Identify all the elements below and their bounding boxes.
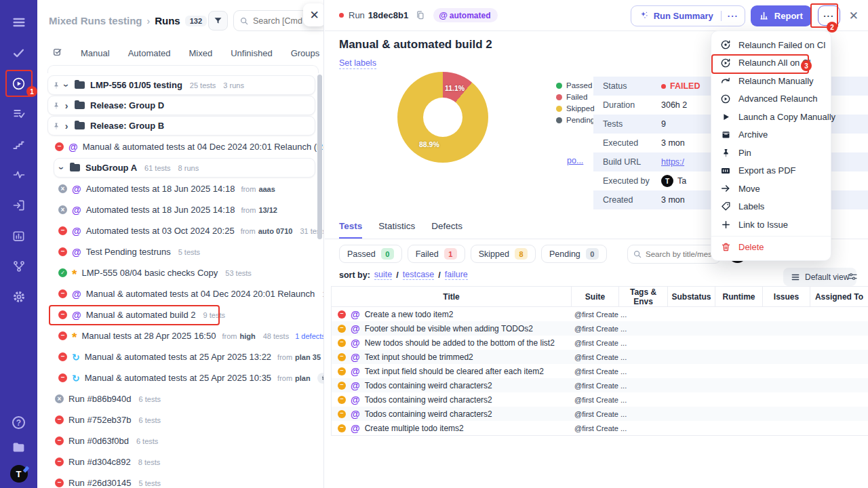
- detail-close-button[interactable]: ✕: [849, 9, 859, 23]
- test-row[interactable]: Todos containing weird characters2 @firs…: [332, 407, 868, 421]
- table-header-cell[interactable]: Tags & Envs: [619, 287, 668, 306]
- run-list-item[interactable]: Run #b86b940d 6 tests: [37, 388, 323, 409]
- detail-tab[interactable]: Defects: [431, 221, 462, 239]
- table-header-cell[interactable]: Assigned To: [810, 287, 868, 306]
- filter-button[interactable]: [208, 11, 228, 30]
- runs-scrollbar[interactable]: [317, 75, 322, 239]
- projects-button[interactable]: [5, 440, 33, 454]
- menu-item[interactable]: Link to Issue: [711, 216, 831, 234]
- run-list-item[interactable]: Automated tests at 18 Jun 2025 14:18 fro…: [37, 178, 323, 199]
- test-row[interactable]: Text input should be trimmed2 @first Cre…: [332, 350, 868, 364]
- run-list-item[interactable]: Automated tests at 18 Jun 2025 14:18 fro…: [37, 199, 323, 220]
- menu-item[interactable]: Relaunch Failed on CI: [711, 36, 831, 54]
- test-row[interactable]: Create multiple todo items2 @first Creat…: [332, 421, 868, 435]
- tests-search[interactable]: [627, 245, 721, 264]
- menu-item[interactable]: Advanced Relaunch: [711, 90, 831, 108]
- test-row[interactable]: Todos containing weird characters2 @firs…: [332, 392, 868, 407]
- tests-search-input[interactable]: [646, 250, 717, 258]
- run-summary-button[interactable]: Run Summary ···: [631, 5, 745, 26]
- run-list-item[interactable]: LMP-556 01/05 testing 25 tests 3 runs: [47, 75, 315, 95]
- sidebar-nav-button[interactable]: [5, 9, 33, 36]
- menu-item[interactable]: Move: [711, 180, 831, 198]
- test-row[interactable]: Todos containing weird characters2 @firs…: [332, 378, 868, 392]
- sidebar-nav-button[interactable]: [5, 192, 33, 219]
- sidebar-nav-button[interactable]: [5, 131, 33, 158]
- menu-item[interactable]: Relaunch All on CI: [711, 54, 831, 73]
- default-view-button[interactable]: Default view: [783, 268, 856, 286]
- sort-suite-link[interactable]: suite: [374, 270, 392, 280]
- run-list-item[interactable]: Automated tests at 03 Oct 2024 20:25 fro…: [37, 220, 323, 241]
- breadcrumb-section[interactable]: Runs: [155, 15, 180, 26]
- status-filter-pill[interactable]: Skipped 8: [471, 245, 536, 263]
- sidebar-nav-button[interactable]: [5, 283, 33, 310]
- menu-item[interactable]: Delete: [711, 236, 831, 256]
- menu-item[interactable]: Launch a Copy Manually: [711, 108, 831, 126]
- table-header-cell[interactable]: Suite: [572, 287, 619, 306]
- menu-item[interactable]: Pin: [711, 144, 831, 162]
- menu-item[interactable]: Archive: [711, 126, 831, 144]
- build-url-link[interactable]: https:/: [661, 157, 684, 167]
- sidebar-nav-button[interactable]: [5, 100, 33, 127]
- detail-tab[interactable]: Statistics: [378, 221, 415, 239]
- sidebar-nav-button[interactable]: [5, 161, 33, 188]
- run-list-item[interactable]: SubGroup A 61 tests 8 runs: [54, 158, 315, 178]
- runs-filter-tab[interactable]: Groups: [291, 48, 320, 58]
- runs-filter-tab[interactable]: Unfinished: [231, 48, 272, 58]
- run-list-item[interactable]: Manual & automated tests at 04 Dec 2024 …: [37, 136, 323, 157]
- breadcrumb-project[interactable]: Mixed Runs testing: [49, 15, 142, 26]
- run-list-item[interactable]: Manual & automated tests at 04 Dec 2024 …: [37, 283, 323, 304]
- sidebar-nav-button[interactable]: [5, 39, 33, 66]
- run-list-item[interactable]: Test Pending testruns 5 tests: [37, 241, 323, 262]
- status-filter-pill[interactable]: Pending 0: [541, 245, 607, 263]
- table-header-cell[interactable]: Runtime: [715, 287, 763, 306]
- panel-close-button[interactable]: ✕: [303, 3, 324, 26]
- run-list-item[interactable]: Run #0d63f0bd 6 tests: [37, 430, 323, 451]
- sidebar-nav-button[interactable]: [5, 222, 33, 249]
- help-button[interactable]: ?: [5, 416, 33, 429]
- chevron-icon[interactable]: [62, 100, 71, 111]
- table-header-cell[interactable]: Title: [332, 287, 572, 306]
- run-list-item[interactable]: Run #26d30145 5 tests: [37, 472, 323, 488]
- chevron-icon[interactable]: [62, 121, 71, 131]
- run-list-item[interactable]: Manual tests at 28 Apr 2025 16:50 from h…: [37, 325, 323, 346]
- runs-filter-tab[interactable]: Mixed: [189, 48, 213, 58]
- run-list-item[interactable]: Manual & automated tests at 25 Apr 2025 …: [37, 346, 323, 367]
- sidebar-nav-button[interactable]: [5, 253, 33, 280]
- table-header-cell[interactable]: Substatus: [668, 287, 715, 306]
- run-list-item[interactable]: Release: Group D: [47, 96, 315, 115]
- select-all-icon[interactable]: [52, 47, 63, 58]
- run-list-item[interactable]: Run #d304c892 8 tests: [37, 451, 323, 472]
- test-row[interactable]: Create a new todo item2 @first Create ..…: [332, 307, 868, 321]
- test-row[interactable]: Footer should be visible when adding TOD…: [332, 321, 868, 336]
- status-filter-pill[interactable]: Passed 0: [339, 245, 402, 263]
- test-row[interactable]: Text input field should be cleared after…: [332, 364, 868, 378]
- chevron-icon[interactable]: [62, 80, 71, 91]
- run-list-item[interactable]: Manual & automated build 2 9 tests: [37, 304, 323, 325]
- set-labels-link[interactable]: Set labels: [339, 58, 376, 69]
- menu-item[interactable]: Export as PDF: [711, 162, 831, 180]
- run-list-item[interactable]: Manual & automated tests at 25 Apr 2025 …: [37, 367, 323, 388]
- test-row[interactable]: New todos should be added to the bottom …: [332, 336, 868, 350]
- sliders-icon[interactable]: [847, 271, 858, 282]
- chevron-icon[interactable]: [57, 163, 66, 174]
- runs-filter-tab[interactable]: Manual: [81, 48, 110, 58]
- sort-testcase-link[interactable]: testcase: [403, 270, 435, 280]
- menu-item[interactable]: Labels: [711, 198, 831, 216]
- sort-failure-link[interactable]: failure: [445, 270, 468, 280]
- user-avatar[interactable]: T: [10, 465, 28, 483]
- run-summary-more-button[interactable]: ···: [721, 11, 745, 21]
- runs-filter-tab[interactable]: Automated: [128, 48, 171, 58]
- automated-tag[interactable]: @automated: [433, 8, 497, 22]
- funnel-icon: [213, 16, 223, 26]
- build-url-tail[interactable]: po...: [567, 156, 583, 165]
- status-filter-pill[interactable]: Failed 1: [408, 245, 465, 263]
- run-list-item[interactable]: LMP-555 08/04 basic checks Copy 53 tests: [37, 262, 323, 283]
- defects-link[interactable]: 1 defects: [295, 332, 323, 340]
- menu-item[interactable]: Relaunch Manually: [711, 72, 831, 90]
- run-list-item[interactable]: Run #752eb37b 6 tests: [37, 409, 323, 430]
- detail-tab[interactable]: Tests: [339, 221, 362, 239]
- report-button[interactable]: Report: [751, 5, 812, 26]
- run-list-item[interactable]: Release: Group B: [47, 116, 315, 136]
- copy-icon[interactable]: [415, 10, 425, 20]
- table-header-cell[interactable]: Issues: [763, 287, 810, 306]
